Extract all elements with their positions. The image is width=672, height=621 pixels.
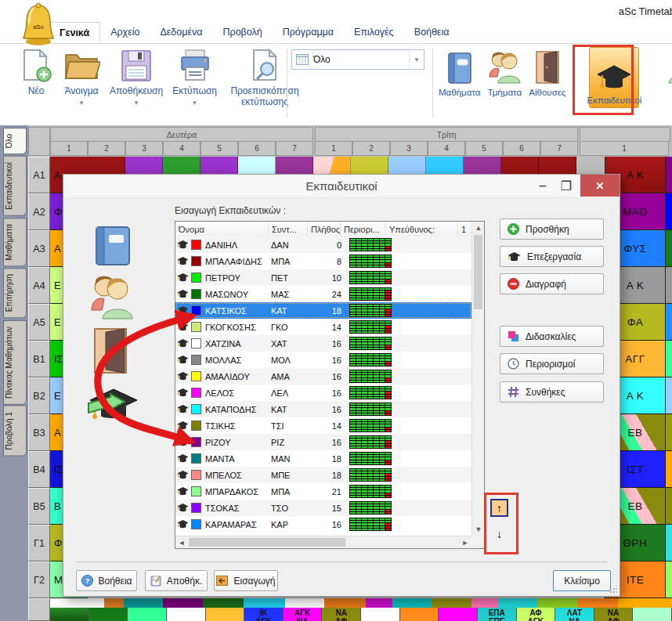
print-button[interactable]: Εκτύπωση ▼ <box>172 47 217 108</box>
lesson-cell[interactable]: ΑΦ ΑΓΚ <box>517 608 556 621</box>
view-tab[interactable]: Επιτήρηση <box>3 268 27 318</box>
vertical-scrollbar[interactable]: ▲ ▼ <box>471 222 484 536</box>
dropdown-caret[interactable]: ▼ <box>192 99 198 106</box>
menu-tab[interactable]: Δεδομένα <box>150 22 212 43</box>
lesson-cell[interactable] <box>361 608 400 621</box>
lesson-cell[interactable] <box>50 608 89 621</box>
teacher-row[interactable]: ΑΜΑΛΙΔΟΥ ΑΜΑ 16 <box>175 368 471 385</box>
scroll-left-icon[interactable]: ◄ <box>175 536 188 549</box>
lesson-cell[interactable]: ΝΑ ΑΦ <box>594 608 634 621</box>
teacher-row[interactable]: ΜΠΑΡΔΑΚΟΣ ΜΠΑ 21 <box>175 483 471 500</box>
help-button[interactable]: ? Βοήθεια <box>76 570 137 591</box>
teacher-row[interactable]: ΧΑΤΖΙΝΑ ΧΑΤ 16 <box>175 335 471 352</box>
row-header[interactable]: B3 <box>28 414 50 451</box>
close-dialog-button[interactable]: Κλείσιμο <box>553 570 611 591</box>
lesson-cell[interactable] <box>89 608 128 621</box>
row-header[interactable]: A5 <box>28 304 50 341</box>
row-header[interactable]: A4 <box>28 267 50 304</box>
row-header[interactable]: Γ2 <box>28 561 50 598</box>
lesson-cell[interactable]: ΙΚ ΑΓΚ <box>244 608 284 621</box>
row-header[interactable]: A2 <box>28 193 50 230</box>
menu-tab[interactable]: Βοήθεια <box>404 22 460 43</box>
teacher-row[interactable]: ΚΑΤΣΙΚΟΣ ΚΑΤ 18 <box>175 302 471 319</box>
view-tab[interactable]: Πίνακας Μαθημάτων <box>3 320 27 405</box>
conditions-button[interactable]: Συνθήκες <box>500 381 604 403</box>
row-header[interactable]: B1 <box>28 341 50 377</box>
new-button[interactable]: Νέο <box>19 47 53 108</box>
row-header[interactable]: A1 <box>28 157 50 193</box>
row-header[interactable]: Γ1 <box>28 525 50 561</box>
menu-tab[interactable]: Πρόγραμμα <box>273 22 344 43</box>
constraints-button[interactable]: Περιορισμοί <box>500 353 604 374</box>
column-header-responsible[interactable]: Υπεύθυνος: <box>386 222 458 236</box>
teacher-row[interactable]: ΤΣΙΚΗΣ ΤΣΙ 14 <box>175 417 471 434</box>
subjects-button[interactable]: Μαθήματα <box>439 47 480 97</box>
lesson-cell[interactable]: ΛΑΤ ΝΑ <box>555 608 594 621</box>
scroll-down-icon[interactable]: ▼ <box>472 523 485 536</box>
column-header-count[interactable]: Πλήθος <box>308 222 341 236</box>
scrollbar-thumb[interactable] <box>189 538 345 547</box>
column-header-short[interactable]: Συντ... <box>269 222 308 236</box>
horizontal-scrollbar[interactable]: ◄ ► <box>175 536 471 548</box>
close-button[interactable]: ✕ <box>580 175 620 197</box>
lesson-cell[interactable] <box>206 608 245 621</box>
row-header[interactable]: B2 <box>28 377 50 414</box>
lesson-cell[interactable] <box>167 608 206 621</box>
lesson-cell[interactable]: ΑΓΚ ΝΑ <box>284 608 323 621</box>
menu-tab[interactable]: Επιλογές <box>344 22 404 43</box>
view-tab[interactable]: Μαθήματα <box>3 218 27 266</box>
row-header[interactable]: A3 <box>28 230 50 267</box>
delete-button[interactable]: Διαγραφή <box>500 273 604 294</box>
teacher-row[interactable]: ΜΑΣΩΝΟΥ ΜΑΣ 24 <box>175 286 471 302</box>
scroll-right-icon[interactable]: ► <box>459 536 471 549</box>
move-down-button[interactable]: ↓ <box>490 525 508 543</box>
teacher-row[interactable]: ΡΙΖΟΥ ΡΙΖ 16 <box>175 434 471 450</box>
save-list-button[interactable]: Αποθήκ. <box>145 570 208 591</box>
view-dropdown[interactable]: Όλο ▼ <box>291 49 425 70</box>
teacher-row[interactable]: ΜΑΝΤΑ ΜΑΝ 18 <box>175 450 471 467</box>
add-button[interactable]: Προσθήκη <box>500 218 604 240</box>
row-header[interactable]: B4 <box>28 451 50 488</box>
teacher-row[interactable]: ΚΑΤΑΠΟΔΗΣ ΚΑΤ 16 <box>175 401 471 417</box>
lesson-cell[interactable] <box>400 608 439 621</box>
teacher-row[interactable]: ΜΠΕΛΟΣ ΜΠΕ 18 <box>175 467 471 483</box>
menu-tab[interactable]: Προβολή <box>213 22 273 43</box>
dropdown-caret[interactable]: ▼ <box>133 99 139 106</box>
lessons-button[interactable]: Διδασκαλίες <box>500 326 604 347</box>
maximize-button[interactable]: ❒ <box>555 175 577 197</box>
row-header[interactable]: B5 <box>28 488 50 525</box>
teachers-button[interactable]: Εκπαιδευτικοί <box>589 47 639 108</box>
teacher-row[interactable]: ΔΑΝΙΗΛ ΔΑΝ 0 <box>175 236 471 253</box>
column-header-extra[interactable]: 1 <box>458 222 471 236</box>
open-button[interactable]: Άνοιγμα ▼ <box>63 47 100 108</box>
seminars-button[interactable]: Σεμ <box>666 47 672 97</box>
teacher-row[interactable]: ΜΠΑΛΑΦΙΔΗΣ ΜΠΑ 8 <box>175 253 471 269</box>
scroll-up-icon[interactable]: ▲ <box>472 222 485 234</box>
view-tab[interactable]: Προβολή 1 <box>3 406 27 457</box>
teacher-row[interactable]: ΜΟΛΛΑΣ ΜΟΛ 16 <box>175 352 471 368</box>
lesson-cell[interactable]: ΝΑ ΑΦ <box>322 608 361 621</box>
move-up-button[interactable]: ↑ <box>490 499 508 517</box>
classrooms-button[interactable]: Αίθουσες <box>529 47 565 97</box>
teacher-row[interactable]: ΚΑΡΑΜΑΡΑΣ ΚΑΡ 16 <box>175 516 471 533</box>
lesson-cell[interactable]: ΕΠΑ ΕΠΕ <box>478 608 517 621</box>
teacher-row[interactable]: ΠΕΤΡΟΥ ΠΕΤ 10 <box>175 269 471 286</box>
teacher-row[interactable]: ΤΣΟΚΑΣ ΤΣΟ 15 <box>175 500 471 516</box>
teacher-row[interactable]: ΓΚΟΓΚΟΣΗΣ ΓΚΟ 14 <box>175 319 471 335</box>
minimize-button[interactable]: – <box>532 175 554 197</box>
teacher-row[interactable]: ΛΕΛΟΣ ΛΕΛ 16 <box>175 385 471 401</box>
save-button[interactable]: Αποθήκευση ▼ <box>110 47 163 108</box>
resize-grip[interactable] <box>609 586 617 594</box>
import-button[interactable]: Εισαγωγή <box>214 570 278 591</box>
classes-button[interactable]: Τμήματα <box>486 47 522 97</box>
edit-button[interactable]: Επεξεργασία <box>500 246 604 267</box>
asc-bell-logo-icon[interactable]: aSc <box>19 2 60 46</box>
column-header-name[interactable]: Όνομα <box>175 222 269 236</box>
lesson-cell[interactable] <box>128 608 167 621</box>
view-tab[interactable]: Όλο <box>3 128 27 154</box>
scrollbar-thumb[interactable] <box>474 235 482 309</box>
lesson-cell[interactable] <box>439 608 478 621</box>
column-header-constraints[interactable]: Περιορι... <box>341 222 386 236</box>
menu-tab[interactable]: Αρχείο <box>100 22 150 43</box>
dropdown-arrow-icon[interactable]: ▼ <box>409 50 424 69</box>
